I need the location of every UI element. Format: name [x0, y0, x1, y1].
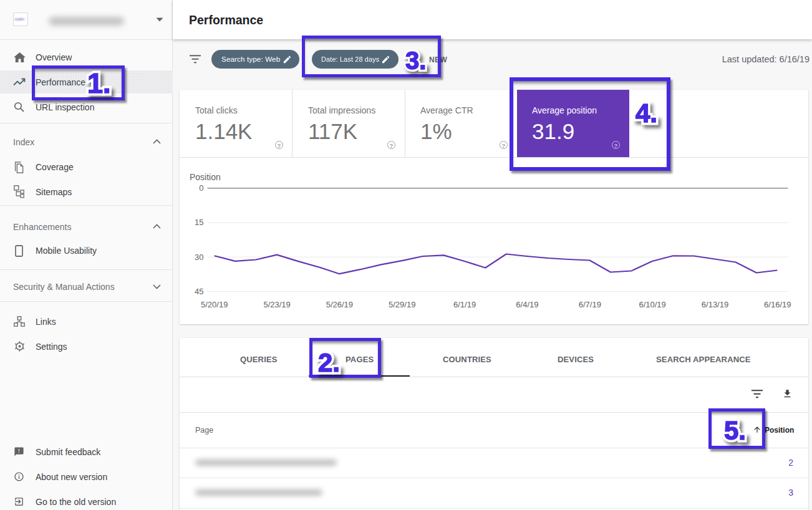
- svg-text:6/13/19: 6/13/19: [702, 300, 728, 309]
- svg-text:45: 45: [195, 287, 203, 296]
- svg-text:1.: 1.: [87, 67, 111, 99]
- svg-text:6/16/19: 6/16/19: [764, 300, 791, 309]
- svg-text:4.: 4.: [636, 99, 657, 128]
- svg-text:30: 30: [195, 253, 203, 262]
- svg-text:Position: Position: [190, 172, 221, 182]
- svg-text:3.: 3.: [405, 47, 426, 74]
- svg-text:0: 0: [199, 183, 203, 193]
- svg-text:5/20/19: 5/20/19: [201, 300, 228, 309]
- svg-text:2.: 2.: [318, 348, 340, 377]
- svg-text:5/26/19: 5/26/19: [326, 300, 353, 309]
- svg-text:6/1/19: 6/1/19: [453, 300, 476, 309]
- svg-text:6/4/19: 6/4/19: [516, 300, 538, 309]
- svg-text:5.: 5.: [724, 416, 746, 445]
- svg-text:5/29/19: 5/29/19: [389, 300, 415, 309]
- svg-text:6/7/19: 6/7/19: [579, 300, 601, 309]
- svg-text:6/10/19: 6/10/19: [639, 300, 665, 309]
- svg-text:5/23/19: 5/23/19: [263, 300, 290, 309]
- svg-text:15: 15: [195, 218, 203, 227]
